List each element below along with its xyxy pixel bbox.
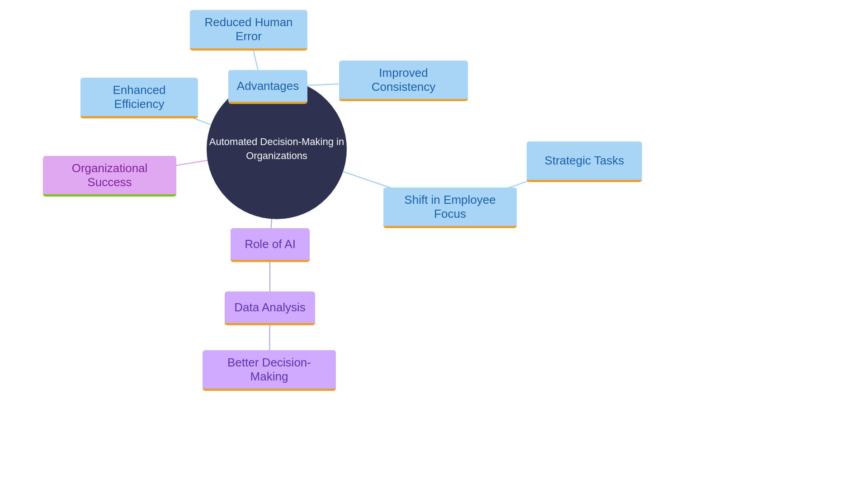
- node-role-of-ai[interactable]: Role of AI: [231, 228, 310, 262]
- node-label: Better Decision-Making: [212, 356, 327, 384]
- node-label: Improved Consistency: [348, 66, 459, 94]
- node-shift-employee-focus[interactable]: Shift in Employee Focus: [383, 188, 517, 228]
- node-improved-consistency[interactable]: Improved Consistency: [339, 61, 468, 101]
- node-label: Reduced Human Error: [199, 15, 298, 43]
- node-label: Enhanced Efficiency: [90, 83, 189, 111]
- node-organizational-success[interactable]: Organizational Success: [43, 156, 176, 197]
- node-label: Strategic Tasks: [545, 154, 624, 168]
- node-strategic-tasks[interactable]: Strategic Tasks: [527, 141, 642, 182]
- node-enhanced-efficiency[interactable]: Enhanced Efficiency: [80, 78, 198, 118]
- node-label: Advantages: [237, 79, 299, 93]
- node-label: Organizational Success: [52, 161, 167, 189]
- node-label: Data Analysis: [234, 300, 306, 314]
- node-advantages[interactable]: Advantages: [228, 70, 307, 104]
- node-label: Shift in Employee Focus: [392, 193, 508, 221]
- node-label: Role of AI: [245, 237, 296, 251]
- center-label: Automated Decision-Making in Organizatio…: [207, 135, 347, 163]
- node-better-decision-making[interactable]: Better Decision-Making: [203, 350, 336, 391]
- node-reduced-human-error[interactable]: Reduced Human Error: [190, 10, 307, 51]
- node-data-analysis[interactable]: Data Analysis: [225, 291, 315, 325]
